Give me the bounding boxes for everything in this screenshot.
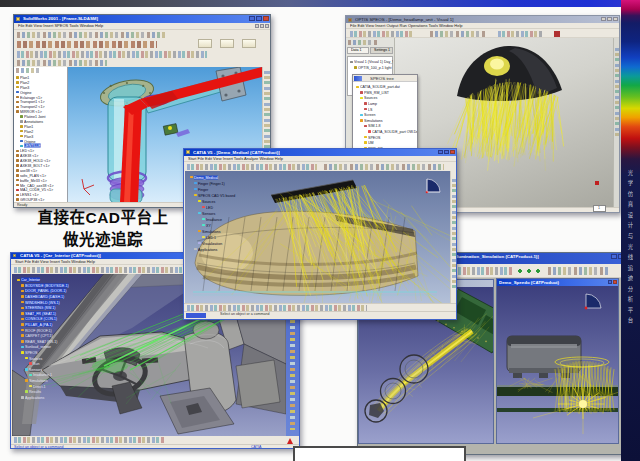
spec-tree[interactable]: Demo_MedicalFinger (Finger.1)FingerSPEOS… — [189, 174, 279, 252]
child-title: Demo_Speedo (CATProduct) — [499, 279, 559, 286]
window-controls — [438, 150, 455, 154]
maximize-button[interactable] — [444, 150, 449, 154]
close-button[interactable] — [263, 16, 269, 21]
status-bar: Select an object or a command — [184, 311, 456, 319]
minimize-button[interactable] — [611, 254, 617, 259]
caption-line1: 直接在CAD平台上 — [18, 207, 188, 229]
title-bar[interactable]: CATIA V5 - [Demo_Medical (CATProduct)] — [184, 149, 456, 156]
minimize-button[interactable] — [438, 150, 443, 154]
bottom-toolbar — [184, 303, 456, 311]
tree-item[interactable]: OPTIS_100_p.1 light — [349, 65, 393, 71]
toolbar-icons[interactable] — [498, 31, 544, 37]
window-controls — [249, 16, 269, 21]
mdi-restore-button[interactable] — [260, 24, 264, 28]
toolbar-icons[interactable] — [17, 60, 107, 66]
close-button[interactable] — [613, 17, 618, 21]
toolbar-icons[interactable] — [14, 437, 164, 443]
speedo-viewport[interactable] — [497, 286, 618, 443]
caption-line2: 做光迹追踪 — [18, 229, 188, 251]
slide-top-bar — [0, 0, 640, 7]
toolbar-icons[interactable] — [187, 164, 317, 170]
tree-item[interactable]: Applications — [189, 246, 279, 252]
toolbar-icons[interactable] — [17, 32, 167, 38]
view-icons[interactable] — [452, 179, 456, 289]
child-controls — [608, 280, 617, 284]
toolbar-button[interactable] — [242, 39, 256, 48]
speos-tree-palette: SPEOS tree CATIA_SOLIDE_part.datPMS_RM_L… — [352, 74, 418, 150]
toolbar-icons[interactable] — [14, 267, 184, 273]
status-field — [186, 313, 206, 318]
mdi-controls — [255, 24, 269, 28]
status-text: Select an object or a command — [14, 445, 64, 450]
toolbar-icons[interactable] — [350, 31, 414, 37]
app-icon — [186, 150, 190, 154]
warning-icon — [287, 438, 293, 444]
window-controls — [601, 17, 618, 21]
panel-icons[interactable] — [348, 40, 378, 45]
catia-center-window: CATIA V5 - [Demo_Medical (CATProduct)] S… — [183, 148, 457, 320]
title-bar[interactable]: SolidWorks 2001 - [Frame.SLDASM] — [14, 15, 270, 23]
minimize-button[interactable] — [608, 280, 612, 284]
mdi-close-button[interactable] — [265, 24, 269, 28]
minimize-button[interactable] — [249, 16, 255, 21]
status-bar: Select an object or a command CATIA — [11, 444, 299, 448]
window-title: SolidWorks 2001 - [Frame.SLDASM] — [23, 15, 98, 22]
toolbar-button[interactable] — [220, 39, 234, 48]
toolbar-icons[interactable] — [324, 164, 444, 170]
toolbar-icons[interactable] — [17, 51, 207, 58]
window-title: CATIA V5 - [Demo_Medical (CATProduct)] — [193, 149, 280, 156]
right-scrollbar[interactable] — [613, 38, 619, 207]
maximize-button[interactable] — [607, 17, 612, 21]
status-text: Select an object or a command — [220, 312, 270, 317]
toolbar-icons[interactable] — [548, 267, 608, 275]
right-toolbar — [450, 171, 456, 303]
toolbar-button[interactable] — [198, 39, 212, 48]
menu-items[interactable]: File Edit View Insert SPEOS Tools Window… — [18, 23, 103, 29]
window-title: OPTIS SPEOS - [Demo_headlamp_unit - Visu… — [355, 16, 453, 23]
palette-title-accent — [354, 76, 362, 81]
tree-item[interactable]: Applications — [16, 394, 116, 400]
child-window-speedo: Demo_Speedo (CATProduct) — [496, 278, 619, 444]
palette-title: SPEOS tree — [370, 75, 394, 82]
child-title-bar[interactable]: Demo_Speedo (CATProduct) — [497, 279, 618, 286]
bottom-toolbar — [11, 436, 299, 444]
caption-placeholder-box — [293, 446, 466, 461]
status-right: CATIA — [251, 445, 261, 450]
tab-data[interactable]: Data 1 — [347, 47, 369, 54]
tree-tab-icons[interactable] — [16, 68, 42, 73]
toolbar-area — [346, 29, 619, 38]
minimize-button[interactable] — [601, 17, 606, 21]
tab-settings[interactable]: Settings 1 — [370, 47, 393, 54]
app-icon — [16, 17, 20, 21]
slide: SolidWorks 2001 - [Frame.SLDASM] File Ed… — [0, 0, 640, 461]
right-strip-vertical-text: 光学仿真设计与光线追迹分析平台 — [626, 170, 633, 328]
toolbar-icons[interactable] — [430, 31, 486, 37]
close-button[interactable] — [450, 150, 455, 154]
feature-tree-panel: Plan1Plan2Plan3OrigineEclairage <1>Trans… — [14, 67, 68, 202]
mdi-minimize-button[interactable] — [255, 24, 259, 28]
toolbar-area — [184, 162, 456, 171]
record-icon[interactable] — [554, 31, 560, 37]
menu-bar[interactable]: File Edit View Insert SPEOS Tools Window… — [14, 23, 270, 30]
toolbar-area — [14, 30, 270, 67]
app-icon — [348, 18, 352, 22]
caption-text: 直接在CAD平台上 做光迹追踪 — [18, 207, 188, 250]
view-icons[interactable] — [615, 48, 619, 138]
rainbow-strip: 光学仿真设计与光线追迹分析平台 — [621, 0, 640, 461]
title-bar[interactable]: OPTIS SPEOS - [Demo_headlamp_unit - Visu… — [346, 16, 619, 23]
app-icon — [13, 254, 16, 257]
view-icons[interactable] — [290, 320, 295, 430]
spec-tree[interactable]: Car_InteriorBODYSIDE (BODYSIDE.1)DOOR_PA… — [16, 277, 116, 400]
green-toolbar-icons[interactable] — [516, 267, 542, 275]
speos-toolbar-icons[interactable] — [17, 41, 157, 48]
maximize-button[interactable] — [256, 16, 262, 21]
palette-title-bar[interactable]: SPEOS tree — [353, 75, 417, 82]
status-box: 1 — [593, 205, 606, 212]
close-button[interactable] — [613, 280, 617, 284]
